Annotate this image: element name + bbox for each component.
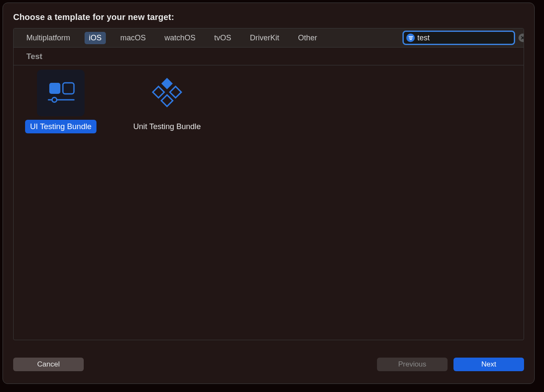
unit-testing-icon xyxy=(143,70,191,116)
tab-ios[interactable]: iOS xyxy=(85,32,106,44)
tab-driverkit[interactable]: DriverKit xyxy=(246,32,283,44)
template-label: Unit Testing Bundle xyxy=(127,120,207,133)
tab-watchos[interactable]: watchOS xyxy=(160,32,200,44)
platform-tabbar: Multiplatform iOS macOS watchOS tvOS Dri… xyxy=(14,28,524,48)
tab-multiplatform[interactable]: Multiplatform xyxy=(22,32,74,44)
svg-point-3 xyxy=(52,98,57,102)
svg-rect-5 xyxy=(153,86,164,98)
template-unit-testing-bundle[interactable]: Unit Testing Bundle xyxy=(122,70,212,133)
svg-rect-1 xyxy=(63,83,74,94)
cancel-button[interactable]: Cancel xyxy=(13,358,84,371)
search-input[interactable] xyxy=(417,34,516,42)
template-label: UI Testing Bundle xyxy=(25,120,97,133)
search-field[interactable] xyxy=(402,31,515,45)
previous-button[interactable]: Previous xyxy=(377,358,448,371)
dialog-footer: Cancel Previous Next xyxy=(13,355,524,374)
dialog-title: Choose a template for your new target: xyxy=(13,12,524,22)
svg-rect-7 xyxy=(162,95,173,107)
tab-other[interactable]: Other xyxy=(294,32,321,44)
filter-icon[interactable] xyxy=(406,34,415,42)
template-grid: UI Testing Bundle Unit Testing Bundle xyxy=(14,65,524,340)
next-button[interactable]: Next xyxy=(453,358,524,371)
clear-search-icon[interactable] xyxy=(518,34,524,42)
ui-testing-icon xyxy=(37,70,85,116)
svg-rect-6 xyxy=(170,86,181,98)
svg-rect-4 xyxy=(162,78,173,89)
new-target-sheet: Choose a template for your new target: M… xyxy=(3,3,535,384)
tab-macos[interactable]: macOS xyxy=(116,32,150,44)
tab-tvos[interactable]: tvOS xyxy=(210,32,235,44)
svg-rect-0 xyxy=(49,83,60,94)
template-ui-testing-bundle[interactable]: UI Testing Bundle xyxy=(16,70,105,133)
section-header-test: Test xyxy=(14,48,524,65)
template-picker: Multiplatform iOS macOS watchOS tvOS Dri… xyxy=(13,28,524,340)
